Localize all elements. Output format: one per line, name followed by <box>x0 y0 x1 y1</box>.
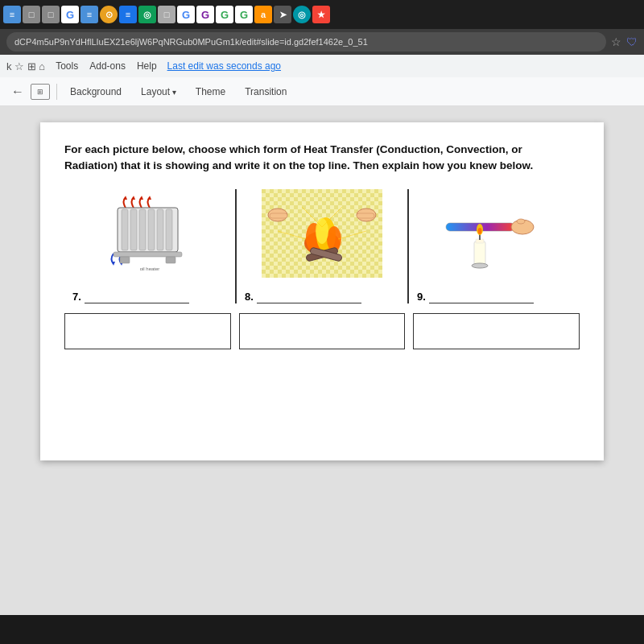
bottom-cell-7 <box>64 308 231 349</box>
radiator-illustration: oil heater <box>105 193 194 274</box>
image-box-8 <box>266 189 378 278</box>
tab-icon-1[interactable]: ≡ <box>3 6 21 23</box>
answer-line-8[interactable] <box>257 291 361 303</box>
image-box-7: oil heater <box>93 189 206 278</box>
tab-icon-12[interactable]: G <box>216 6 233 23</box>
answer-line-row-7: 7. <box>72 291 227 303</box>
bottom-cell-9 <box>413 308 580 349</box>
svg-rect-10 <box>166 209 172 250</box>
picture-cell-7: oil heater 7. <box>64 189 237 303</box>
tab-icon-10[interactable]: G <box>177 6 195 23</box>
menu-tools[interactable]: Tools <box>52 59 82 73</box>
transition-button[interactable]: Transition <box>238 83 293 101</box>
svg-rect-5 <box>122 209 128 250</box>
back-btn[interactable]: k ☆ ⊞ ⌂ <box>6 60 45 72</box>
svg-rect-13 <box>114 252 182 257</box>
svg-rect-6 <box>130 209 137 250</box>
picture-cell-8: 8. <box>237 189 409 303</box>
address-bar[interactable]: dCP4m5uP9nYdHflLIuEX21e6ljW6PqNRGub0MPuG… <box>6 32 606 52</box>
tab-icon-9[interactable]: □ <box>158 6 175 23</box>
tab-icon-8[interactable]: ◎ <box>138 6 156 23</box>
tab-icon-17[interactable]: ★ <box>312 6 330 23</box>
question-number-7: 7. <box>72 291 81 303</box>
svg-line-30 <box>278 231 306 239</box>
menu-addons[interactable]: Add-ons <box>85 59 130 73</box>
tab-icon-6[interactable]: ⊙ <box>100 6 118 23</box>
candle-rod-illustration <box>442 195 547 271</box>
tab-icon-14[interactable]: a <box>254 6 272 23</box>
slide-area: For each picture below, choose which for… <box>0 106 644 615</box>
tab-bar: ≡ □ □ G ≡ ⊙ ≡ ◎ □ G G G G a ➤ ◎ ★ <box>0 0 644 29</box>
svg-rect-9 <box>157 209 163 250</box>
bottom-cell-8 <box>239 308 406 349</box>
tab-icon-3[interactable]: □ <box>42 6 60 23</box>
explain-box-7[interactable] <box>64 313 231 349</box>
svg-rect-18 <box>270 213 287 218</box>
svg-point-35 <box>517 219 525 224</box>
menu-row: k ☆ ⊞ ⌂ Tools Add-ons Help Last edit was… <box>0 55 644 77</box>
back-arrow[interactable]: ← <box>8 83 27 101</box>
svg-rect-8 <box>148 209 155 250</box>
slide-panel-icon[interactable]: ⊞ <box>31 84 50 100</box>
answer-line-row-9: 9. <box>417 291 572 303</box>
tab-icon-13[interactable]: G <box>235 6 253 23</box>
instruction-line2: Radiation) that it is showing and write … <box>64 159 533 171</box>
background-button[interactable]: Background <box>64 83 128 101</box>
svg-rect-20 <box>357 213 374 218</box>
toolbar-left: ← ⊞ <box>8 83 50 101</box>
svg-line-31 <box>338 231 366 239</box>
layout-button[interactable]: Layout <box>134 83 183 101</box>
explain-box-8[interactable] <box>239 313 406 349</box>
campfire-area <box>262 189 382 278</box>
slide: For each picture below, choose which for… <box>40 122 604 460</box>
answer-line-7[interactable] <box>85 291 189 303</box>
svg-rect-14 <box>120 257 130 263</box>
tab-icon-7[interactable]: ≡ <box>119 6 137 23</box>
picture-cell-9: 9. <box>409 189 580 303</box>
tab-icon-4[interactable]: G <box>61 6 79 23</box>
last-edit-text: Last edit was seconds ago <box>167 60 281 72</box>
question-number-8: 8. <box>245 291 254 303</box>
tab-icon-15[interactable]: ➤ <box>274 6 291 23</box>
instruction-line1: For each picture below, choose which for… <box>64 143 522 155</box>
tab-icon-16[interactable]: ◎ <box>293 6 311 23</box>
tab-icon-2[interactable]: □ <box>23 6 40 23</box>
answer-line-9[interactable] <box>429 291 534 303</box>
svg-point-41 <box>472 263 488 268</box>
image-box-9 <box>438 189 551 278</box>
address-text: dCP4m5uP9nYdHflLIuEX21e6ljW6PqNRGub0MPuG… <box>14 37 368 47</box>
answer-line-row-8: 8. <box>245 291 399 303</box>
tab-icon-5[interactable]: ≡ <box>80 6 98 23</box>
tab-icon-11[interactable]: G <box>196 6 214 23</box>
question-number-9: 9. <box>417 291 426 303</box>
svg-rect-15 <box>166 257 175 263</box>
menu-help[interactable]: Help <box>133 59 161 73</box>
shield-icon[interactable]: 🛡 <box>626 35 638 48</box>
svg-rect-34 <box>513 225 529 230</box>
bottom-row <box>64 308 580 349</box>
pictures-row: oil heater 7. <box>64 189 580 303</box>
svg-text:oil heater: oil heater <box>140 266 160 271</box>
address-bar-row: dCP4m5uP9nYdHflLIuEX21e6ljW6PqNRGub0MPuG… <box>0 29 644 55</box>
toolbar-divider-1 <box>56 84 57 100</box>
campfire-illustration <box>262 191 382 275</box>
bookmark-icon[interactable]: ☆ <box>611 35 621 48</box>
theme-button[interactable]: Theme <box>189 83 232 101</box>
svg-rect-36 <box>474 242 485 266</box>
svg-point-40 <box>478 228 482 234</box>
toolbar: ← ⊞ Background Layout Theme Transition <box>0 77 644 106</box>
svg-rect-7 <box>139 209 146 250</box>
candle-area <box>438 193 551 274</box>
slide-instructions: For each picture below, choose which for… <box>64 142 580 175</box>
explain-box-9[interactable] <box>413 313 580 349</box>
